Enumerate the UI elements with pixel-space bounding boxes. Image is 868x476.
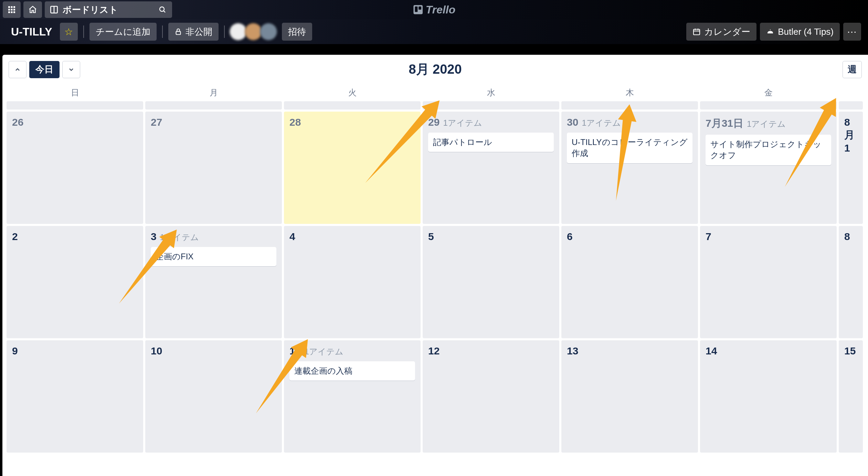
- day-number: 29: [428, 116, 440, 128]
- svg-rect-0: [8, 6, 10, 8]
- calendar-cell[interactable]: 8月1: [839, 112, 863, 224]
- calendar-grid: 262728291アイテム記事パトロール301アイテムU-TILLYのコピーライ…: [2, 101, 868, 476]
- calendar-cell[interactable]: 7: [700, 226, 837, 338]
- calendar-cell[interactable]: 12: [423, 340, 559, 453]
- svg-rect-17: [694, 29, 700, 35]
- home-button[interactable]: [23, 1, 42, 18]
- calendar-card[interactable]: 記事パトロール: [428, 133, 554, 152]
- calendar-cell[interactable]: 2: [7, 226, 143, 338]
- calendar-cell[interactable]: 6: [561, 226, 698, 338]
- team-add-button[interactable]: チームに追加: [89, 23, 157, 41]
- calendar-card[interactable]: 連載企画の入稿: [289, 361, 415, 381]
- day-number: 5: [428, 231, 434, 242]
- item-count: 1アイテム: [747, 118, 786, 130]
- avatar[interactable]: [245, 23, 262, 40]
- day-number: 7: [706, 231, 711, 242]
- day-number: 8: [844, 231, 850, 242]
- calendar-cell[interactable]: 28: [284, 112, 421, 224]
- calendar-stub: [145, 101, 282, 110]
- calendar-cell[interactable]: 5: [423, 226, 559, 338]
- lock-icon: [174, 28, 182, 35]
- svg-rect-2: [13, 6, 15, 8]
- svg-rect-3: [8, 9, 10, 11]
- home-icon: [28, 5, 37, 14]
- calendar-cell[interactable]: 10: [145, 340, 282, 453]
- calendar-stub: [839, 101, 863, 110]
- item-count: 1アイテム: [304, 346, 343, 357]
- calendar-cell[interactable]: 9: [7, 340, 143, 453]
- avatar[interactable]: [230, 23, 247, 40]
- apps-button[interactable]: [3, 1, 21, 18]
- menu-button[interactable]: ⋯: [843, 23, 861, 41]
- calendar-header: 今日 8月 2020 週: [2, 55, 868, 84]
- svg-rect-6: [8, 11, 10, 13]
- calendar-stub: [561, 101, 698, 110]
- svg-line-12: [163, 11, 165, 12]
- day-number: 7月31日: [706, 116, 743, 131]
- day-number: 9: [12, 345, 18, 357]
- dow-row: 日月火水木金: [2, 84, 868, 101]
- separator: [162, 25, 163, 38]
- calendar-cell[interactable]: 13: [561, 340, 698, 453]
- calendar-card[interactable]: 企画のFIX: [151, 247, 276, 266]
- prev-button[interactable]: [9, 61, 27, 78]
- dow-label: 水: [423, 84, 559, 101]
- boards-search[interactable]: ボードリスト: [45, 1, 172, 18]
- calendar-card[interactable]: U-TILLYのコピーライティング作成: [567, 133, 692, 163]
- visibility-button[interactable]: 非公開: [168, 23, 219, 41]
- star-button[interactable]: ☆: [60, 23, 78, 41]
- calendar-cell[interactable]: 15: [839, 340, 863, 453]
- calendar-cell[interactable]: 8: [839, 226, 863, 338]
- calendar-cell[interactable]: 27: [145, 112, 282, 224]
- calendar-card[interactable]: サイト制作プロジェクトキックオフ: [706, 135, 831, 165]
- day-number: 10: [151, 345, 162, 357]
- calendar-stub: [700, 101, 837, 110]
- search-icon: [158, 6, 167, 14]
- calendar-cell[interactable]: 111アイテム連載企画の入稿: [284, 340, 421, 453]
- calendar-stub: [423, 101, 559, 110]
- calendar-cell[interactable]: 4: [284, 226, 421, 338]
- calendar-cell[interactable]: 31アイテム企画のFIX: [145, 226, 282, 338]
- item-count: 1アイテム: [160, 232, 199, 243]
- day-number: 28: [289, 116, 301, 128]
- chevron-down-icon: [68, 66, 75, 73]
- day-number: 4: [289, 231, 295, 242]
- board-members[interactable]: [232, 23, 277, 40]
- trello-logo: Trello: [413, 3, 456, 16]
- item-count: 1アイテム: [443, 117, 482, 128]
- calendar-cell[interactable]: 7月31日1アイテムサイト制作プロジェクトキックオフ: [700, 112, 837, 224]
- day-number: 15: [844, 345, 856, 357]
- calendar-stub: [284, 101, 421, 110]
- dow-label: 日: [7, 84, 143, 101]
- dow-label: 金: [700, 84, 837, 101]
- next-button[interactable]: [62, 61, 80, 78]
- svg-rect-14: [415, 7, 417, 12]
- calendar-cell[interactable]: 291アイテム記事パトロール: [423, 112, 559, 224]
- dow-label: [839, 84, 863, 101]
- more-icon: ⋯: [847, 26, 857, 38]
- avatar[interactable]: [260, 23, 277, 40]
- calendar-icon: [692, 28, 701, 36]
- butler-button[interactable]: Butler (4 Tips): [760, 23, 840, 41]
- visibility-label: 非公開: [186, 26, 212, 38]
- svg-point-11: [160, 7, 164, 11]
- chevron-up-icon: [14, 66, 21, 73]
- svg-rect-4: [11, 9, 13, 11]
- butler-icon: [766, 28, 774, 36]
- board-name[interactable]: U-TILLY: [7, 25, 56, 38]
- day-number: 26: [12, 116, 23, 128]
- separator: [224, 25, 225, 38]
- view-toggle[interactable]: 週: [843, 61, 862, 78]
- svg-rect-16: [176, 31, 180, 34]
- calendar-label: カレンダー: [704, 26, 750, 38]
- calendar-cell[interactable]: 301アイテムU-TILLYのコピーライティング作成: [561, 112, 698, 224]
- today-button[interactable]: 今日: [29, 61, 60, 78]
- day-number: 27: [151, 116, 162, 128]
- calendar-cell[interactable]: 14: [700, 340, 837, 453]
- calendar-button[interactable]: カレンダー: [686, 23, 756, 41]
- item-count: 1アイテム: [582, 117, 621, 128]
- day-number: 8月1: [844, 116, 857, 154]
- global-nav: ボードリスト Trello: [0, 0, 868, 19]
- invite-button[interactable]: 招待: [282, 23, 312, 41]
- calendar-cell[interactable]: 26: [7, 112, 143, 224]
